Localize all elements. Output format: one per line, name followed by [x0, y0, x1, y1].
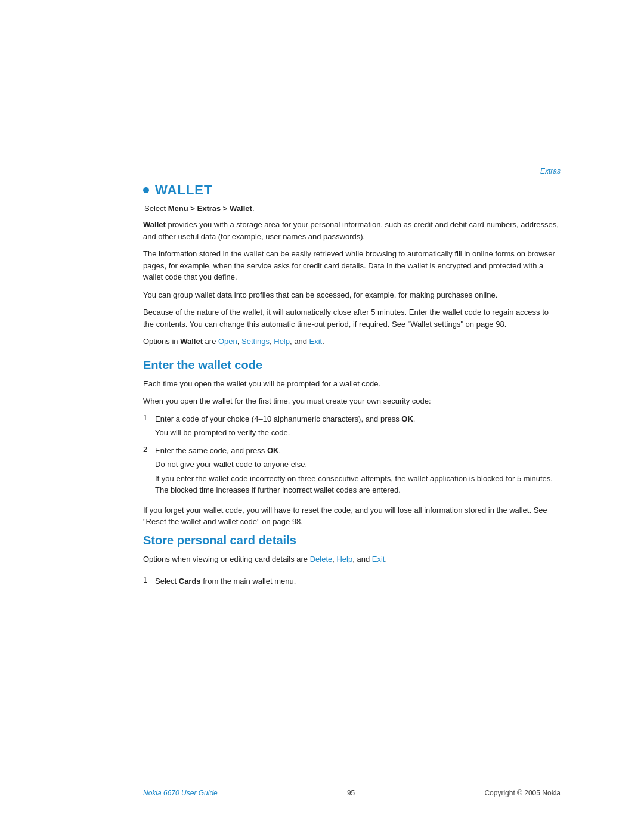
enter-wallet-code-para1: Each time you open the wallet you will b…	[143, 378, 561, 390]
store-card-numbered-list: 1 Select Cards from the main wallet menu…	[143, 575, 561, 590]
enter-wallet-code-para2: When you open the wallet for the first t…	[143, 395, 561, 407]
option-settings-link[interactable]: Settings	[242, 337, 270, 346]
step-number-2: 2	[143, 445, 155, 454]
store-step-1-main: Select Cards from the main wallet menu.	[155, 575, 561, 587]
step-2-sub1: Do not give your wallet code to anyone e…	[155, 459, 561, 470]
wallet-code-numbered-list: 1 Enter a code of your choice (4–10 alph…	[143, 413, 561, 498]
step-2-main: Enter the same code, and press OK.	[155, 445, 561, 457]
footer-page-number: 95	[347, 789, 355, 797]
enter-wallet-code-heading: Enter the wallet code	[143, 358, 561, 372]
wallet-options-bold: Wallet	[180, 337, 203, 346]
select-prefix: Select	[144, 204, 168, 213]
store-personal-card-details-heading: Store personal card details	[143, 534, 561, 547]
wallet-step-1: 1 Enter a code of your choice (4–10 alph…	[143, 413, 561, 441]
wallet-title: WALLET	[155, 182, 212, 198]
wallet-bullet-icon	[143, 187, 149, 193]
wallet-heading: WALLET	[143, 182, 561, 198]
cards-bold: Cards	[179, 577, 201, 586]
select-instruction: Select Menu > Extras > Wallet.	[144, 204, 561, 213]
option-exit-link[interactable]: Exit	[309, 337, 323, 346]
wallet-bold-text: Wallet	[143, 220, 166, 229]
step-1-sub: You will be prompted to verify the code.	[155, 427, 561, 439]
footer: Nokia 6670 User Guide 95 Copyright © 200…	[143, 785, 561, 797]
enter-wallet-code-para3: If you forget your wallet code, you will…	[143, 504, 561, 528]
wallet-para2: The information stored in the wallet can…	[143, 248, 561, 283]
extras-label: Extras	[143, 167, 561, 175]
step-1-ok: OK	[401, 414, 413, 423]
page: Extras WALLET Select Menu > Extras > Wal…	[0, 0, 644, 833]
step-number-1: 1	[143, 413, 155, 422]
store-card-step-1: 1 Select Cards from the main wallet menu…	[143, 575, 561, 590]
store-step-1-content: Select Cards from the main wallet menu.	[155, 575, 561, 590]
select-end: .	[252, 204, 255, 213]
option-open-link[interactable]: Open	[218, 337, 237, 346]
step-2-sub2: If you enter the wallet code incorrectly…	[155, 473, 561, 496]
extras-text: Extras	[540, 167, 561, 175]
wallet-para4: Because of the nature of the wallet, it …	[143, 306, 561, 330]
select-path: Menu > Extras > Wallet	[168, 204, 252, 213]
wallet-options-line: Options in Wallet are Open, Settings, He…	[143, 336, 561, 348]
step-1-content: Enter a code of your choice (4–10 alphan…	[155, 413, 561, 441]
wallet-para3: You can group wallet data into profiles …	[143, 289, 561, 301]
footer-left: Nokia 6670 User Guide	[143, 789, 218, 797]
card-option-exit-link[interactable]: Exit	[372, 555, 385, 563]
option-help-link[interactable]: Help	[274, 337, 290, 346]
store-step-number-1: 1	[143, 575, 155, 584]
wallet-step-2: 2 Enter the same code, and press OK. Do …	[143, 445, 561, 498]
step-2-ok: OK	[267, 446, 279, 455]
card-option-help-link[interactable]: Help	[336, 555, 352, 563]
wallet-para1: Wallet provides you with a storage area …	[143, 219, 561, 242]
step-2-content: Enter the same code, and press OK. Do no…	[155, 445, 561, 498]
footer-copyright: Copyright © 2005 Nokia	[484, 789, 561, 797]
card-option-delete-link[interactable]: Delete	[310, 555, 333, 563]
content-area: Extras WALLET Select Menu > Extras > Wal…	[143, 167, 561, 596]
store-options-line: Options when viewing or editing card det…	[143, 553, 561, 565]
step-1-main: Enter a code of your choice (4–10 alphan…	[155, 413, 561, 425]
